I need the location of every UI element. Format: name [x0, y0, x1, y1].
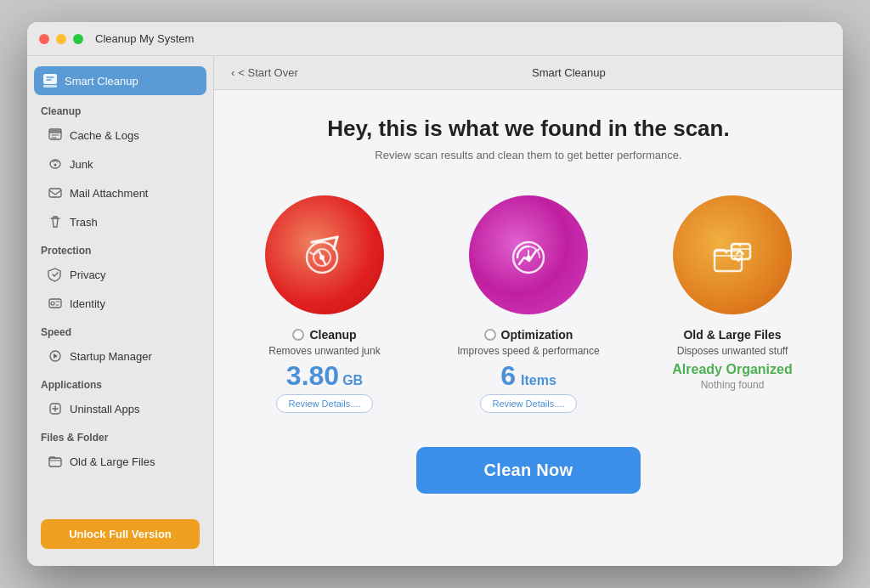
files-already-label: Already Organized — [672, 362, 792, 377]
title-bar: Cleanup My System — [27, 22, 843, 56]
old-large-files-label: Old & Large Files — [70, 455, 155, 468]
svg-point-14 — [319, 255, 325, 260]
cleanup-review-button[interactable]: Review Details.... — [276, 394, 374, 413]
files-section-label: Files & Folder — [27, 423, 213, 447]
cleanup-card-label: Cleanup — [309, 328, 356, 342]
sidebar-bottom: Unlock Full Version — [27, 511, 213, 557]
sidebar-item-startup-manager[interactable]: Startup Manager — [34, 342, 206, 370]
svg-rect-6 — [49, 189, 61, 197]
scan-heading: Hey, this is what we found in the scan. — [327, 116, 729, 142]
sidebar-item-privacy[interactable]: Privacy — [34, 261, 206, 288]
sidebar-item-uninstall-apps[interactable]: Uninstall Apps — [34, 395, 206, 422]
applications-section-label: Applications — [27, 370, 213, 394]
smart-cleanup-label: Smart Cleanup — [65, 75, 138, 88]
trash-label: Trash — [70, 216, 98, 229]
cleanup-radio-row: Cleanup — [292, 328, 356, 342]
sidebar-item-identity[interactable]: Identity — [34, 290, 206, 317]
window-title: Cleanup My System — [95, 32, 194, 45]
files-card-desc: Disposes unwanted stuff — [677, 345, 788, 357]
identity-icon — [48, 296, 63, 311]
sidebar-item-cache-logs[interactable]: Cache & Logs — [34, 122, 206, 149]
junk-icon — [48, 156, 63, 172]
files-card-label: Old & Large Files — [683, 328, 781, 342]
cleanup-card-icon — [265, 195, 384, 314]
svg-point-5 — [54, 164, 57, 167]
maximize-button[interactable] — [73, 34, 83, 44]
svg-rect-11 — [49, 458, 61, 466]
unlock-full-version-button[interactable]: Unlock Full Version — [41, 519, 200, 549]
privacy-label: Privacy — [70, 269, 106, 281]
sidebar: Smart Cleanup Cleanup Cache & Logs — [27, 56, 214, 566]
cleanup-section-label: Cleanup — [27, 97, 213, 121]
mail-attachment-label: Mail Attachment — [70, 187, 149, 200]
speed-section-label: Speed — [27, 318, 213, 342]
files-card-icon — [673, 195, 792, 314]
optimization-count: 6 — [500, 362, 516, 389]
privacy-icon — [48, 267, 63, 282]
cleanup-size-unit: GB — [342, 373, 363, 388]
page-title: Smart Cleanup — [312, 66, 826, 79]
optimization-unit: Items — [521, 373, 556, 388]
protection-section-label: Protection — [27, 236, 213, 260]
optimization-card-value: 6 Items — [500, 362, 556, 389]
trash-icon — [48, 214, 63, 229]
cards-container: Cleanup Removes unwanted junk 3.80 GB Re… — [235, 195, 822, 413]
close-button[interactable] — [39, 34, 49, 44]
svg-rect-0 — [43, 74, 57, 84]
svg-point-8 — [51, 302, 54, 305]
cleanup-radio[interactable] — [292, 329, 304, 341]
optimization-radio-row: Optimization — [484, 328, 573, 342]
sidebar-item-trash[interactable]: Trash — [34, 208, 206, 235]
scan-subheading: Review scan results and clean them to ge… — [375, 149, 681, 161]
start-over-label: < Start Over — [238, 66, 297, 79]
optimization-card: Optimization Improves speed & performanc… — [439, 195, 618, 413]
optimization-card-icon — [469, 195, 588, 314]
optimization-review-button[interactable]: Review Details.... — [480, 394, 578, 413]
uninstall-apps-label: Uninstall Apps — [70, 403, 139, 416]
uninstall-icon — [48, 401, 63, 416]
identity-label: Identity — [70, 297, 105, 310]
startup-manager-label: Startup Manager — [70, 350, 152, 363]
cache-logs-icon — [48, 127, 63, 143]
mail-icon — [48, 185, 63, 201]
optimization-card-desc: Improves speed & performance — [457, 345, 599, 357]
optimization-card-label: Optimization — [501, 328, 573, 342]
files-nothing-label: Nothing found — [701, 379, 765, 391]
clean-now-button[interactable]: Clean Now — [416, 447, 641, 494]
main-header: ‹ < Start Over Smart Cleanup — [214, 56, 843, 90]
svg-rect-1 — [43, 85, 57, 88]
minimize-button[interactable] — [56, 34, 66, 44]
cleanup-size-number: 3.80 — [286, 362, 339, 389]
main-area: ‹ < Start Over Smart Cleanup Hey, this i… — [214, 56, 843, 566]
main-content: Hey, this is what we found in the scan. … — [214, 90, 843, 566]
optimization-radio[interactable] — [484, 329, 496, 341]
back-arrow-icon: ‹ — [231, 66, 234, 79]
files-icon — [48, 454, 63, 469]
sidebar-item-smart-cleanup[interactable]: Smart Cleanup — [34, 66, 206, 95]
main-window: Cleanup My System Smart Cleanup Cleanup — [27, 22, 843, 566]
cleanup-card-value: 3.80 GB — [286, 362, 363, 389]
svg-point-16 — [527, 256, 531, 260]
junk-label: Junk — [70, 158, 93, 171]
smart-cleanup-icon — [42, 73, 58, 88]
start-over-button[interactable]: ‹ < Start Over — [231, 66, 298, 79]
sidebar-item-junk[interactable]: Junk — [34, 150, 206, 178]
sidebar-item-old-large-files[interactable]: Old & Large Files — [34, 448, 206, 475]
cleanup-card: Cleanup Removes unwanted junk 3.80 GB Re… — [235, 195, 414, 413]
cache-logs-label: Cache & Logs — [70, 129, 139, 142]
cleanup-card-desc: Removes unwanted junk — [268, 345, 380, 357]
sidebar-item-mail-attachment[interactable]: Mail Attachment — [34, 179, 206, 206]
startup-icon — [48, 348, 63, 364]
files-card: Old & Large Files Disposes unwanted stuf… — [643, 195, 822, 413]
